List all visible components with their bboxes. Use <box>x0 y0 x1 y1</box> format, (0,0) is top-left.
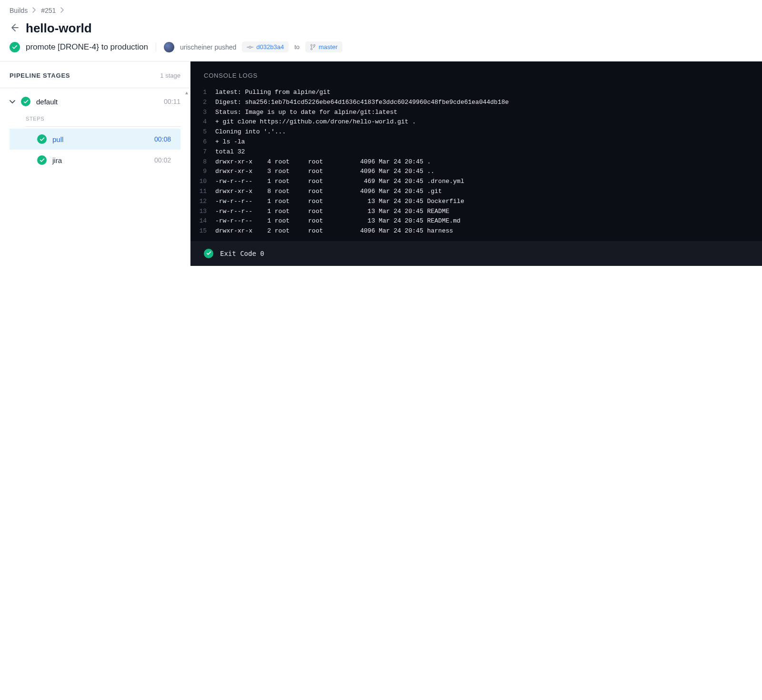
log-line-number: 14 <box>190 216 215 226</box>
status-success-icon <box>10 42 20 52</box>
log-line-text: -rw-r--r-- 1 root root 13 Mar 24 20:45 D… <box>215 197 464 207</box>
log-line-number: 15 <box>190 226 215 236</box>
branch-pill[interactable]: master <box>305 41 342 52</box>
log-line-number: 2 <box>190 98 215 108</box>
log-line-number: 4 <box>190 117 215 127</box>
sidebar-title: PIPELINE STAGES <box>10 72 70 79</box>
log-line: 6+ ls -la <box>190 137 762 147</box>
console-body[interactable]: 1latest: Pulling from alpine/git2Digest:… <box>190 86 762 241</box>
log-line: 1latest: Pulling from alpine/git <box>190 88 762 98</box>
log-line-number: 8 <box>190 157 215 167</box>
log-line: 8drwxr-xr-x 4 root root 4096 Mar 24 20:4… <box>190 157 762 167</box>
log-line-number: 12 <box>190 197 215 207</box>
step-duration: 00:02 <box>154 156 171 164</box>
console-title: CONSOLE LOGS <box>190 61 762 86</box>
log-line: 10-rw-r--r-- 1 root root 469 Mar 24 20:4… <box>190 177 762 187</box>
subtitle-text: promote [DRONE-4} to production <box>26 42 148 52</box>
log-line: 5Cloning into '.'... <box>190 127 762 137</box>
stage-duration: 00:11 <box>164 98 180 105</box>
log-line-number: 10 <box>190 177 215 187</box>
exit-code: Exit Code 0 <box>220 250 264 257</box>
log-line-number: 6 <box>190 137 215 147</box>
step-jira[interactable]: jira00:02 <box>10 150 180 171</box>
log-line-number: 7 <box>190 147 215 157</box>
log-line-number: 11 <box>190 187 215 197</box>
status-success-icon <box>37 134 47 144</box>
log-line: 11drwxr-xr-x 8 root root 4096 Mar 24 20:… <box>190 187 762 197</box>
divider <box>26 126 180 127</box>
svg-point-1 <box>311 44 312 46</box>
scroll-up-icon[interactable]: ▲ <box>184 90 189 95</box>
log-line-number: 1 <box>190 88 215 98</box>
log-line-text: Cloning into '.'... <box>215 127 286 137</box>
stage-name: default <box>36 98 158 106</box>
commit-pill[interactable]: d032b3a4 <box>242 41 289 52</box>
branch-name: master <box>319 43 338 51</box>
sidebar-stage-count: 1 stage <box>160 72 180 79</box>
log-line-text: -rw-r--r-- 1 root root 469 Mar 24 20:45 … <box>215 177 464 187</box>
log-line: 2Digest: sha256:1eb7b41cd5226ebe64d1636c… <box>190 98 762 108</box>
log-line-text: + ls -la <box>215 137 245 147</box>
breadcrumb-build[interactable]: #251 <box>41 7 56 14</box>
avatar <box>164 42 174 52</box>
branch-icon <box>310 44 316 51</box>
chevron-right-icon <box>32 7 36 14</box>
log-line-text: + git clone https://github.com/drone/hel… <box>215 117 416 127</box>
step-name: jira <box>52 156 149 164</box>
log-line: 14-rw-r--r-- 1 root root 13 Mar 24 20:45… <box>190 216 762 226</box>
svg-point-3 <box>311 48 312 50</box>
log-line: 7total 32 <box>190 147 762 157</box>
log-line-text: drwxr-xr-x 4 root root 4096 Mar 24 20:45… <box>215 157 431 167</box>
log-line: 3Status: Image is up to date for alpine/… <box>190 108 762 118</box>
console: CONSOLE LOGS 1latest: Pulling from alpin… <box>190 61 762 266</box>
chevron-down-icon <box>10 98 15 105</box>
log-line-number: 5 <box>190 127 215 137</box>
log-line-text: latest: Pulling from alpine/git <box>215 88 331 98</box>
divider <box>156 42 156 52</box>
breadcrumb: Builds #251 <box>0 0 762 17</box>
status-success-icon <box>37 155 47 165</box>
log-line-text: Status: Image is up to date for alpine/g… <box>215 108 397 118</box>
console-footer: Exit Code 0 <box>190 241 762 266</box>
step-name: pull <box>52 135 149 143</box>
step-pull[interactable]: pull00:08 <box>10 129 180 150</box>
log-line: 12-rw-r--r-- 1 root root 13 Mar 24 20:45… <box>190 197 762 207</box>
svg-point-0 <box>249 46 251 48</box>
subtitle-row: promote [DRONE-4} to production urischei… <box>0 40 762 61</box>
svg-point-2 <box>313 44 315 46</box>
log-line-number: 3 <box>190 108 215 118</box>
status-success-icon <box>204 249 213 258</box>
commit-hash: d032b3a4 <box>256 43 284 51</box>
log-line: 4+ git clone https://github.com/drone/he… <box>190 117 762 127</box>
log-line-number: 13 <box>190 207 215 217</box>
page-title-row: hello-world <box>0 17 762 40</box>
log-line: 9drwxr-xr-x 3 root root 4096 Mar 24 20:4… <box>190 167 762 177</box>
step-duration: 00:08 <box>154 135 171 143</box>
log-line-text: drwxr-xr-x 2 root root 4096 Mar 24 20:45… <box>215 226 453 236</box>
commit-icon <box>247 45 253 50</box>
log-line-number: 9 <box>190 167 215 177</box>
stage-row[interactable]: default 00:11 <box>10 94 180 109</box>
back-arrow-icon[interactable] <box>10 23 19 34</box>
steps-label: STEPS <box>10 109 180 124</box>
pusher-text: urischeiner pushed <box>180 43 236 51</box>
log-line-text: Digest: sha256:1eb7b41cd5226ebe64d1636c4… <box>215 98 509 108</box>
log-line-text: drwxr-xr-x 8 root root 4096 Mar 24 20:45… <box>215 187 442 197</box>
sidebar: PIPELINE STAGES 1 stage ▲ default 00:11 … <box>0 61 190 266</box>
log-line: 13-rw-r--r-- 1 root root 13 Mar 24 20:45… <box>190 207 762 217</box>
page-title: hello-world <box>26 21 92 36</box>
log-line-text: drwxr-xr-x 3 root root 4096 Mar 24 20:45… <box>215 167 434 177</box>
log-line-text: total 32 <box>215 147 245 157</box>
chevron-right-icon <box>60 7 64 14</box>
to-text: to <box>294 43 300 51</box>
log-line: 15drwxr-xr-x 2 root root 4096 Mar 24 20:… <box>190 226 762 236</box>
breadcrumb-root[interactable]: Builds <box>10 7 28 14</box>
status-success-icon <box>21 97 30 106</box>
log-line-text: -rw-r--r-- 1 root root 13 Mar 24 20:45 R… <box>215 216 461 226</box>
log-line-text: -rw-r--r-- 1 root root 13 Mar 24 20:45 R… <box>215 207 449 217</box>
